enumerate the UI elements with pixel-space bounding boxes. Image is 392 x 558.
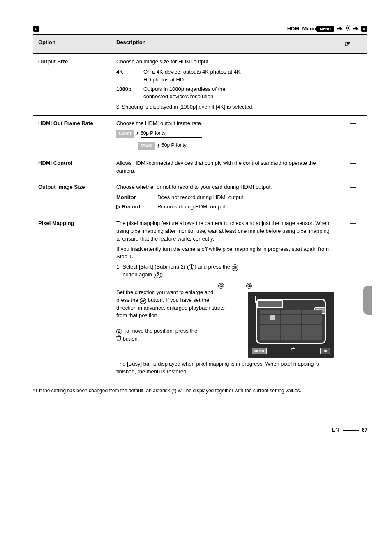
choice-underline: 60p Priority (141, 130, 202, 138)
gear-icon (345, 25, 350, 32)
ok-button-icon: OK (232, 264, 238, 271)
reference-hand-icon: ☞ (344, 40, 351, 48)
separator: / (157, 142, 159, 150)
svg-text:H: H (363, 27, 366, 31)
choice-value: Records during HDMI output. (157, 203, 226, 211)
callout-2-icon: ② (246, 283, 252, 289)
svg-point-2 (346, 27, 348, 29)
separator: / (136, 130, 138, 138)
option-description: Choose whether or not to record to your … (111, 179, 339, 215)
col-description-header: Description (111, 35, 339, 54)
full-area-preview (257, 300, 283, 308)
arrow-right-icon: ➔ (337, 25, 342, 32)
step-circled-2: 2 (155, 272, 161, 278)
tip-icon: $ (116, 103, 119, 111)
pixel-mapping-illustration: INFO (248, 292, 334, 358)
arrow-right-icon: ➔ (353, 25, 358, 32)
step-1: 1 Select [Start] (Submenu 2) (1) and pre… (116, 263, 334, 279)
option-label: HDMI Control (33, 155, 111, 179)
desc-line: Choose an image size for HDMI output. (116, 58, 334, 66)
option-description: Allows HDMI-connected devices that compl… (111, 155, 339, 179)
ref-cell: ― (339, 54, 367, 116)
svg-line-8 (349, 29, 350, 30)
pixel-mapping-intro2: If you inadvertently turn the camera off… (116, 245, 334, 261)
option-description: Choose the HDMI output frame rate. Color… (111, 116, 339, 155)
pixel-mapping-result: The [Busy] bar is displayed when pixel m… (116, 360, 334, 376)
step-number-1: 1 (116, 263, 119, 279)
option-description: The pixel mapping feature allows the cam… (111, 215, 339, 380)
step-circled-2-inline: 2 (116, 329, 122, 334)
callout-1-icon: ① (218, 283, 224, 289)
pixel-mapping-intro1: The pixel mapping feature allows the cam… (116, 220, 334, 243)
svg-line-9 (346, 29, 346, 30)
svg-line-10 (349, 26, 350, 27)
row-pixel-mapping: Pixel Mapping The pixel mapping feature … (33, 215, 367, 380)
col-option-header: Option (33, 35, 111, 54)
pixmap-trash-icon[interactable] (291, 347, 295, 354)
option-label: Pixel Mapping (33, 215, 111, 380)
svg-line-7 (346, 26, 346, 27)
desc-line: Choose the HDMI output frame rate. (116, 120, 334, 127)
row-output-size: Output Size Choose an image size for HDM… (33, 54, 367, 116)
desc-line: Choose whether or not to record to your … (116, 183, 334, 191)
callout-labels: ① ② (218, 283, 334, 289)
choice-key: 4K (116, 68, 139, 84)
choice-value: Does not record during HDMI output. (157, 194, 244, 201)
row-hdmi-frame-rate: HDMI Out Frame Rate Choose the HDMI outp… (33, 116, 367, 155)
choice-value: On a 4K-device, outputs 4K photos at 4K,… (143, 68, 242, 84)
ref-cell: ― (339, 179, 367, 215)
option-label: HDMI Out Frame Rate (33, 116, 111, 155)
choice-chip-color: Color (116, 130, 134, 138)
page-info: EN 67 (33, 427, 367, 433)
section-side-tab[interactable] (363, 286, 372, 315)
option-description: Choose an image size for HDMI output. 4K… (111, 54, 339, 116)
settings-table: Option Description ☞ Output Size Choose … (33, 34, 367, 380)
svg-text:H: H (35, 27, 38, 31)
menu-button[interactable]: MENU (316, 26, 335, 32)
choice-chip-vivid: Vivid (138, 142, 155, 150)
choice-key: 1080p (116, 86, 139, 101)
option-label: Output Size (33, 54, 111, 116)
row-hdmi-control: HDMI Control Allows HDMI-connected devic… (33, 155, 367, 179)
ref-cell: ― (339, 116, 367, 155)
tip-text: Shooting is displayed in [1080p] even if… (122, 103, 254, 111)
option-label: Output Image Size (33, 179, 111, 215)
choice-value: Outputs in 1080p regardless of the conne… (143, 86, 225, 101)
page-lang: EN (332, 427, 339, 433)
col-ref-header: ☞ (339, 35, 367, 54)
ok-button-icon: OK (140, 298, 146, 304)
choice-underline: 50p Priority (161, 142, 223, 150)
choice-key: ▷ Record (116, 203, 153, 211)
footnote: *1 If the setting has been changed from … (33, 387, 367, 394)
ref-cell: ― (339, 155, 367, 179)
hdmi-menu-title: HDMI Menu (287, 25, 316, 32)
pixmap-menu-button[interactable]: MENU (252, 348, 267, 354)
trash-icon (116, 336, 123, 342)
pixel-grid (260, 310, 322, 340)
breadcrumb: H HDMI Menu MENU ➔ ➔ H (33, 25, 367, 32)
row-output-image-size: Output Image Size Choose whether or not … (33, 179, 367, 215)
pixmap-ok-button[interactable]: OK (320, 348, 330, 354)
pixel-mapping-left-text: Set the direction you want to enlarge an… (116, 289, 226, 343)
step-circled-1: 1 (189, 264, 194, 270)
hdmi-submenu-icon: H (361, 25, 367, 32)
play-icon: ▷ (116, 204, 120, 210)
choice-key: Monitor (116, 194, 153, 201)
page-number: 67 (362, 427, 367, 433)
hdmi-settings-icon: H (33, 25, 39, 32)
